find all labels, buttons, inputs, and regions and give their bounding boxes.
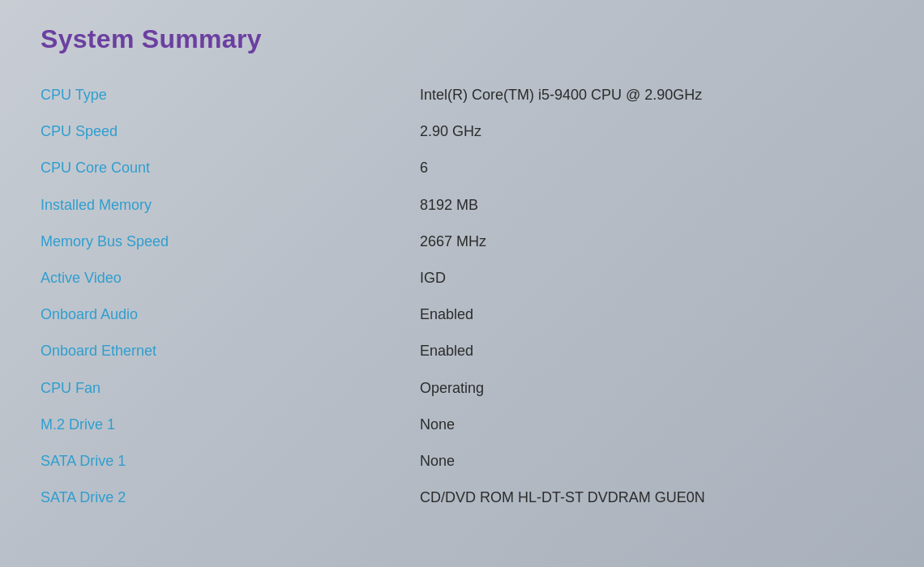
table-row: Onboard EthernetEnabled bbox=[41, 333, 883, 369]
row-label: CPU Speed bbox=[41, 113, 420, 150]
row-label: SATA Drive 2 bbox=[41, 480, 420, 516]
table-row: CPU Core Count6 bbox=[41, 150, 883, 186]
table-row: CPU FanOperating bbox=[41, 370, 883, 407]
system-summary-table: CPU TypeIntel(R) Core(TM) i5-9400 CPU @ … bbox=[41, 77, 883, 516]
row-value: IGD bbox=[420, 260, 883, 296]
row-value: Enabled bbox=[420, 296, 883, 333]
row-value: 6 bbox=[420, 150, 883, 186]
row-label: M.2 Drive 1 bbox=[41, 407, 420, 443]
row-value: Enabled bbox=[420, 333, 883, 369]
row-label: SATA Drive 1 bbox=[41, 443, 420, 480]
row-value: Intel(R) Core(TM) i5-9400 CPU @ 2.90GHz bbox=[420, 77, 883, 113]
table-row: Memory Bus Speed2667 MHz bbox=[41, 224, 883, 260]
page-title: System Summary bbox=[41, 24, 883, 54]
row-label: CPU Fan bbox=[41, 370, 420, 407]
row-label: Memory Bus Speed bbox=[41, 224, 420, 260]
row-label: Active Video bbox=[41, 260, 420, 296]
row-value: None bbox=[420, 443, 883, 480]
table-row: Installed Memory8192 MB bbox=[41, 187, 883, 224]
row-value: 2.90 GHz bbox=[420, 113, 883, 150]
row-value: CD/DVD ROM HL-DT-ST DVDRAM GUE0N bbox=[420, 480, 883, 516]
row-value: None bbox=[420, 407, 883, 443]
table-row: CPU TypeIntel(R) Core(TM) i5-9400 CPU @ … bbox=[41, 77, 883, 113]
row-label: Onboard Audio bbox=[41, 296, 420, 333]
row-value: Operating bbox=[420, 370, 883, 407]
table-row: SATA Drive 1None bbox=[41, 443, 883, 480]
table-row: Active VideoIGD bbox=[41, 260, 883, 296]
table-row: CPU Speed2.90 GHz bbox=[41, 113, 883, 150]
row-value: 2667 MHz bbox=[420, 224, 883, 260]
content-area: System Summary CPU TypeIntel(R) Core(TM)… bbox=[41, 24, 883, 516]
table-row: Onboard AudioEnabled bbox=[41, 296, 883, 333]
row-label: Onboard Ethernet bbox=[41, 333, 420, 369]
row-label: CPU Core Count bbox=[41, 150, 420, 186]
row-label: Installed Memory bbox=[41, 187, 420, 224]
row-value: 8192 MB bbox=[420, 187, 883, 224]
table-row: SATA Drive 2CD/DVD ROM HL-DT-ST DVDRAM G… bbox=[41, 480, 883, 516]
row-label: CPU Type bbox=[41, 77, 420, 113]
table-row: M.2 Drive 1None bbox=[41, 407, 883, 443]
